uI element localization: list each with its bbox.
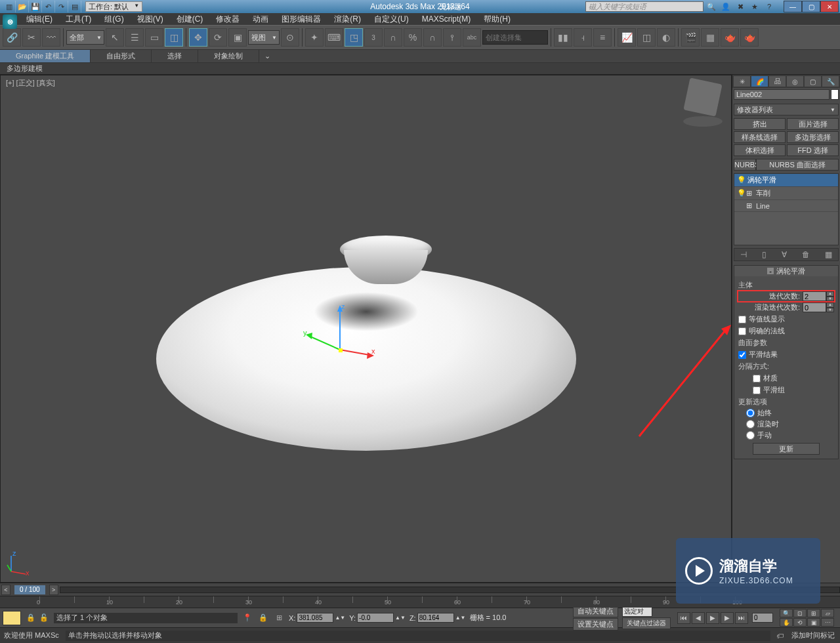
time-prev-icon[interactable]: < [1, 585, 10, 595]
stack-line[interactable]: ⊞Line [734, 200, 838, 212]
current-frame-input[interactable] [752, 613, 773, 623]
keyboard-icon[interactable]: ⌨ [325, 28, 343, 47]
lightbulb-icon[interactable]: 💡 [737, 189, 744, 197]
edge-snap-icon[interactable]: ∩ [423, 28, 442, 47]
curve-editor-icon[interactable]: 📈 [618, 28, 636, 47]
abs-rel-icon[interactable]: ⊞ [273, 612, 285, 624]
sel-lock-icon[interactable]: 🔓 [38, 612, 50, 624]
radio-always[interactable]: 始终 [746, 408, 834, 418]
radio-manual[interactable]: 手动 [746, 430, 834, 440]
select-name-icon[interactable]: ☰ [125, 28, 144, 47]
align-icon[interactable]: ⫯ [443, 28, 461, 47]
tab-modify-icon[interactable]: 🌈 [751, 76, 768, 87]
down-arrow-icon[interactable]: ▼ [826, 297, 834, 302]
app-logo-icon[interactable]: ⊜ [3, 14, 17, 29]
tab-motion-icon[interactable]: ◎ [787, 76, 803, 87]
pan-icon[interactable]: ✋ [780, 618, 793, 627]
menu-tools[interactable]: 工具(T) [59, 14, 98, 25]
named-selection-input[interactable] [482, 30, 548, 45]
fov-icon[interactable]: ▱ [821, 609, 834, 617]
zoom-icon[interactable]: 🔍 [780, 609, 793, 617]
align2-icon[interactable]: ⫞ [574, 28, 592, 47]
tab-display-icon[interactable]: ▢ [805, 76, 821, 87]
favorite-icon[interactable]: ★ [748, 1, 761, 12]
menu-edit[interactable]: 编辑(E) [20, 14, 59, 25]
btn-spline-select[interactable]: 样条线选择 [734, 131, 786, 143]
render-iter-spinner[interactable]: ▲▼ [803, 302, 834, 312]
object-name-input[interactable] [734, 89, 830, 100]
make-unique-icon[interactable]: ∀ [782, 250, 787, 259]
teapot-render-icon[interactable]: 🫖 [721, 28, 739, 47]
menu-modifiers[interactable]: 修改器 [209, 14, 246, 25]
manipulate-icon[interactable]: ✦ [305, 28, 324, 47]
tab-paint[interactable]: 对象绘制 [198, 50, 259, 62]
unlink-icon[interactable]: ✂ [22, 28, 41, 47]
menu-views[interactable]: 视图(V) [131, 14, 170, 25]
bind-icon[interactable]: 〰 [42, 28, 60, 47]
zoom-all-icon[interactable]: ⊡ [793, 609, 807, 617]
window-crossing-icon[interactable]: ◫ [165, 28, 183, 47]
frame-indicator[interactable]: 0 / 100 [14, 585, 45, 594]
time-tag-icon[interactable]: 🏷 [773, 630, 786, 642]
stack-lathe[interactable]: 💡⊞车削 [734, 187, 838, 200]
tab-selection[interactable]: 选择 [152, 50, 198, 62]
chk-isoline[interactable]: 等值线显示 [738, 314, 834, 324]
btn-poly-select[interactable]: 多边形选择 [787, 131, 839, 143]
up-arrow-icon[interactable]: ▲ [826, 302, 834, 308]
btn-patch-select[interactable]: 面片选择 [787, 118, 839, 130]
workspace-dropdown[interactable]: 工作台: 默认 [85, 1, 142, 12]
menu-create[interactable]: 创建(C) [170, 14, 210, 25]
project-icon[interactable]: ▤ [68, 1, 81, 12]
object-color-swatch[interactable] [831, 89, 839, 100]
signin-icon[interactable]: 👤 [719, 1, 732, 12]
menu-grapheditors[interactable]: 图形编辑器 [275, 14, 327, 25]
y-input[interactable] [357, 613, 394, 623]
menu-maxscript[interactable]: MAXScript(M) [415, 14, 478, 24]
menu-animation[interactable]: 动画 [246, 14, 275, 25]
render-setup-icon[interactable]: 🎬 [681, 28, 700, 47]
key-selection-input[interactable] [622, 606, 652, 617]
max-toggle-icon[interactable]: ▣ [807, 618, 820, 627]
selection-filter-dropdown[interactable]: 全部 [66, 30, 104, 45]
select-region-icon[interactable]: ▭ [145, 28, 163, 47]
iterations-input[interactable] [803, 291, 826, 301]
exchange-icon[interactable]: ✖ [734, 1, 747, 12]
pin-icon[interactable]: 📍 [242, 612, 253, 624]
menu-group[interactable]: 组(G) [98, 14, 130, 25]
set-key-button[interactable]: 设置关键点 [573, 618, 618, 631]
link-icon[interactable]: 🔗 [3, 28, 21, 47]
script-color-icon[interactable] [3, 611, 21, 625]
search-input[interactable]: 磁入关键字或短语 [585, 1, 704, 12]
menu-customize[interactable]: 自定义(U) [368, 14, 415, 25]
close-button[interactable]: ✕ [820, 1, 839, 12]
new-icon[interactable]: ▥ [3, 1, 16, 12]
search-icon[interactable]: 🔍 [705, 1, 718, 12]
key-filter-button[interactable]: 关键点过滤器 [622, 617, 671, 629]
btn-nurbs-select[interactable]: NURBS 曲面选择 [756, 159, 839, 171]
redo-icon[interactable]: ↷ [55, 1, 68, 12]
render-iter-input[interactable] [803, 302, 826, 312]
abc-icon[interactable]: abc [463, 28, 481, 47]
update-button[interactable]: 更新 [753, 443, 820, 455]
radio-render[interactable]: 渲染时 [746, 419, 834, 429]
menu-help[interactable]: 帮助(H) [477, 14, 517, 25]
btn-vol-select[interactable]: 体积选择 [734, 144, 786, 156]
layers-icon[interactable]: ≡ [593, 28, 612, 47]
sub-ribbon[interactable]: 多边形建模 [0, 63, 840, 75]
btn-ffd-select[interactable]: FFD 选择 [787, 144, 839, 156]
viewcube[interactable] [680, 81, 726, 133]
x-input[interactable] [297, 613, 333, 623]
prev-frame-icon[interactable]: ◀ [692, 612, 705, 624]
goto-end-icon[interactable]: ⏭ [735, 612, 748, 624]
undo-icon[interactable]: ↶ [42, 1, 55, 12]
lock2-icon[interactable]: 🔒 [257, 612, 269, 624]
mirror-icon[interactable]: ▮▮ [554, 28, 572, 47]
remove-mod-icon[interactable]: 🗑 [802, 250, 810, 259]
scale-icon[interactable]: ▣ [228, 28, 247, 47]
maximize-button[interactable]: ▢ [802, 1, 820, 12]
teapot-preview-icon[interactable]: 🫖 [740, 28, 759, 47]
angle-snap-icon[interactable]: 3 [364, 28, 383, 47]
tab-create-icon[interactable]: ✳ [734, 76, 750, 87]
goto-start-icon[interactable]: ⏮ [677, 612, 690, 624]
schematic-icon[interactable]: ◫ [637, 28, 656, 47]
